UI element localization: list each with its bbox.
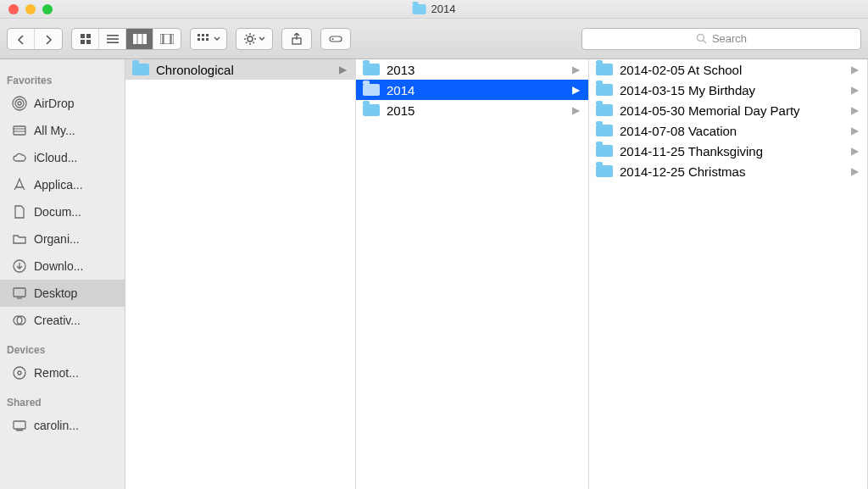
share-button[interactable] bbox=[281, 28, 312, 50]
sidebar-item-label: Remot... bbox=[34, 366, 79, 380]
list-view-button[interactable] bbox=[99, 29, 126, 49]
sidebar-item-airdrop[interactable]: AirDrop bbox=[0, 90, 125, 117]
chevron-down-icon bbox=[259, 36, 265, 42]
svg-point-31 bbox=[697, 35, 704, 42]
chevron-right-icon: ▶ bbox=[572, 64, 580, 75]
forward-button[interactable] bbox=[35, 29, 62, 50]
folder-row[interactable]: 2014-12-25 Christmas▶ bbox=[589, 161, 867, 181]
sidebar-item-desktop[interactable]: Desktop bbox=[0, 280, 125, 307]
column-1: Chronological▶ bbox=[125, 59, 356, 489]
folder-row[interactable]: 2014▶ bbox=[356, 80, 588, 100]
svg-rect-0 bbox=[81, 34, 85, 38]
sidebar-section-header: Favorites bbox=[0, 64, 125, 90]
sidebar-item-label: Applica... bbox=[34, 178, 83, 192]
folder-label: 2014-03-15 My Birthday bbox=[620, 83, 844, 97]
svg-line-27 bbox=[253, 35, 254, 36]
svg-rect-6 bbox=[107, 42, 119, 43]
share-icon bbox=[292, 33, 302, 45]
sidebar-section-header: Shared bbox=[0, 386, 125, 412]
folder-icon bbox=[363, 104, 380, 116]
sidebar-item-docs[interactable]: Docum... bbox=[0, 198, 125, 225]
svg-rect-48 bbox=[14, 421, 25, 429]
folder-row[interactable]: 2014-03-15 My Birthday▶ bbox=[589, 80, 867, 100]
svg-rect-11 bbox=[164, 34, 170, 44]
chevron-right-icon: ▶ bbox=[851, 165, 859, 177]
allmy-icon bbox=[12, 123, 27, 138]
sidebar-item-label: carolin... bbox=[34, 419, 79, 432]
folder-icon bbox=[596, 125, 613, 136]
window-title: 2014 bbox=[413, 3, 456, 15]
folder-row[interactable]: 2014-05-30 Memorial Day Party▶ bbox=[589, 100, 867, 120]
svg-rect-16 bbox=[198, 38, 200, 41]
sidebar-item-label: All My... bbox=[34, 124, 75, 137]
chevron-right-icon: ▶ bbox=[851, 84, 859, 96]
svg-rect-42 bbox=[14, 288, 25, 297]
svg-rect-15 bbox=[206, 34, 209, 36]
close-window-button[interactable] bbox=[8, 4, 19, 14]
chevron-left-icon bbox=[17, 35, 25, 45]
folder-label: 2014-05-30 Memorial Day Party bbox=[620, 103, 844, 118]
docs-icon bbox=[12, 204, 27, 219]
nav-buttons bbox=[7, 28, 63, 50]
column-view: Chronological▶2013▶2014▶2015▶2014-02-05 … bbox=[125, 59, 868, 489]
titlebar: 2014 bbox=[0, 0, 868, 19]
sidebar-item-allmy[interactable]: All My... bbox=[0, 117, 125, 144]
sidebar-item-apps[interactable]: Applica... bbox=[0, 171, 125, 198]
folder-row[interactable]: 2013▶ bbox=[356, 59, 588, 80]
list-icon bbox=[107, 34, 119, 44]
svg-rect-8 bbox=[138, 34, 142, 44]
svg-rect-9 bbox=[143, 34, 147, 44]
icon-view-button[interactable] bbox=[72, 29, 99, 49]
chevron-right-icon: ▶ bbox=[851, 64, 859, 75]
svg-rect-2 bbox=[81, 40, 85, 44]
back-button[interactable] bbox=[8, 29, 35, 50]
toolbar: Search bbox=[0, 19, 868, 59]
column-view-button[interactable] bbox=[126, 29, 153, 49]
svg-line-26 bbox=[246, 42, 248, 43]
svg-rect-18 bbox=[206, 38, 209, 41]
action-button[interactable] bbox=[236, 28, 273, 50]
chevron-right-icon: ▶ bbox=[851, 125, 859, 136]
folder-label: 2014-11-25 Thanksgiving bbox=[620, 144, 844, 158]
sidebar-item-cc[interactable]: Creativ... bbox=[0, 307, 125, 334]
sidebar-item-disc[interactable]: Remot... bbox=[0, 359, 125, 386]
folder-row[interactable]: 2014-02-05 At School▶ bbox=[589, 59, 867, 80]
sidebar-item-label: iCloud... bbox=[34, 151, 77, 164]
view-mode-buttons bbox=[71, 28, 181, 50]
folder-icon bbox=[363, 84, 380, 96]
tags-button[interactable] bbox=[320, 28, 351, 50]
columns-icon bbox=[133, 34, 147, 44]
svg-line-24 bbox=[246, 35, 248, 36]
svg-rect-10 bbox=[160, 34, 163, 44]
svg-line-25 bbox=[253, 42, 254, 43]
gear-icon bbox=[244, 33, 256, 45]
svg-line-32 bbox=[703, 41, 706, 44]
svg-point-33 bbox=[18, 102, 21, 105]
svg-rect-17 bbox=[202, 38, 204, 41]
sidebar-item-downloads[interactable]: Downlo... bbox=[0, 253, 125, 280]
svg-rect-13 bbox=[198, 34, 200, 36]
sidebar-item-folder[interactable]: Organi... bbox=[0, 225, 125, 253]
folder-row[interactable]: Chronological▶ bbox=[125, 59, 355, 80]
folder-row[interactable]: 2014-11-25 Thanksgiving▶ bbox=[589, 141, 867, 161]
icloud-icon bbox=[12, 150, 27, 165]
fullscreen-window-button[interactable] bbox=[42, 4, 53, 14]
arrange-button[interactable] bbox=[190, 28, 227, 50]
sidebar-item-computer[interactable]: carolin... bbox=[0, 412, 125, 439]
search-icon bbox=[696, 33, 707, 44]
folder-icon bbox=[596, 165, 613, 177]
chevron-right-icon: ▶ bbox=[572, 84, 580, 96]
desktop-icon bbox=[12, 286, 27, 301]
folder-row[interactable]: 2014-07-08 Vacation▶ bbox=[589, 120, 867, 141]
svg-point-47 bbox=[18, 371, 21, 375]
apps-icon bbox=[12, 177, 27, 192]
folder-row[interactable]: 2015▶ bbox=[356, 100, 588, 120]
svg-rect-14 bbox=[202, 34, 204, 36]
minimize-window-button[interactable] bbox=[25, 4, 36, 14]
sidebar-item-icloud[interactable]: iCloud... bbox=[0, 144, 125, 171]
svg-rect-49 bbox=[16, 430, 23, 431]
svg-rect-12 bbox=[171, 34, 174, 44]
folder-icon bbox=[596, 64, 613, 75]
search-field[interactable]: Search bbox=[581, 28, 861, 50]
gallery-view-button[interactable] bbox=[153, 29, 181, 49]
